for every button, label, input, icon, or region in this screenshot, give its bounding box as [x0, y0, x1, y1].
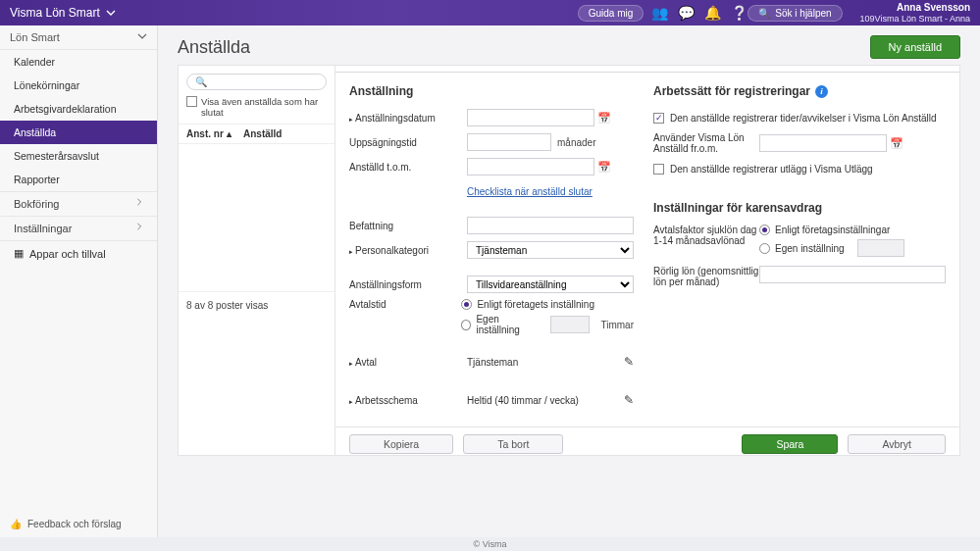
feedback-link[interactable]: 👍 Feedback och förslag — [0, 511, 157, 537]
show-ended-label: Visa även anställda som har slutat — [201, 96, 327, 118]
input-anstalld-tom[interactable] — [467, 158, 594, 175]
users-icon[interactable]: 👥 — [651, 6, 668, 20]
employee-search[interactable]: 🔍 — [186, 74, 327, 90]
nav-kalender[interactable]: Kalender — [0, 50, 157, 74]
main: Anställda Ny anställd 🔍 Visa även anstäl… — [158, 25, 980, 537]
chk-registrerar-utlagg[interactable] — [653, 164, 664, 175]
input-anvander-from[interactable] — [759, 134, 887, 152]
edit-schema-icon[interactable]: ✎ — [624, 393, 634, 407]
apps-icon: ▦ — [14, 247, 24, 260]
radio-avtalstid-egen[interactable] — [461, 320, 471, 330]
input-befattning[interactable] — [467, 217, 634, 234]
edit-avtal-icon[interactable]: ✎ — [624, 355, 634, 369]
input-uppsagningstid[interactable] — [467, 133, 551, 151]
input-rorlig-lon[interactable] — [759, 266, 946, 283]
calendar-icon[interactable]: 📅 — [596, 159, 612, 175]
val-avtal: Tjänsteman — [467, 357, 624, 368]
select-personalkategori[interactable]: Tjänsteman — [467, 241, 634, 259]
lbl-personalkategori: Personalkategori — [349, 245, 467, 256]
info-icon[interactable]: i — [815, 85, 828, 98]
calendar-icon[interactable]: 📅 — [596, 110, 612, 125]
action-bar: Kopiera Ta bort Spara Avbryt — [335, 426, 959, 455]
chevron-down-icon — [137, 31, 147, 41]
search-icon: 🔍 — [195, 76, 207, 87]
lbl-anstallningsform: Anställningsform — [349, 279, 467, 290]
lbl-befattning: Befattning — [349, 221, 467, 231]
brand-label: Visma Lön Smart — [10, 6, 100, 20]
section-arbetssatt: Arbetssätt för registreringar i — [653, 84, 946, 98]
cancel-button[interactable]: Avbryt — [848, 434, 946, 454]
user-name: Anna Svensson — [860, 2, 970, 14]
footer: © Visma — [0, 537, 980, 551]
nav-installningar[interactable]: Inställningar — [0, 216, 157, 240]
app-header: Visma Lön Smart Guida mig 👥 💬 🔔 ❔ 🔍 Sök … — [0, 0, 980, 25]
sidebar: Lön Smart Kalender Lönekörningar Arbetsg… — [0, 25, 158, 537]
list-footer: 8 av 8 poster visas — [179, 291, 335, 319]
chevron-right-icon — [135, 198, 143, 206]
copy-button[interactable]: Kopiera — [349, 434, 453, 454]
lbl-avtal: Avtal — [349, 357, 467, 368]
show-ended-checkbox[interactable] — [186, 96, 197, 107]
radio-avtalstid-foretag[interactable] — [461, 299, 472, 310]
brand[interactable]: Visma Lön Smart — [10, 6, 116, 20]
lbl-avtalsfaktor: Avtalsfaktor sjuklön dag 1-14 månadsavlö… — [653, 225, 759, 246]
nav-bokforing[interactable]: Bokföring — [0, 191, 157, 216]
search-help-button[interactable]: 🔍 Sök i hjälpen — [748, 5, 842, 22]
nav-anstallda[interactable]: Anställda — [0, 121, 157, 144]
sort-asc-icon: ▴ — [227, 128, 232, 139]
chevron-down-icon — [106, 8, 116, 18]
nav-rapporter[interactable]: Rapporter — [0, 168, 157, 191]
lbl-uppsagningstid: Uppsägningstid — [349, 137, 467, 148]
user-menu[interactable]: Anna Svensson 109Visma Lön Smart - Anna — [860, 2, 970, 25]
input-anstdatum[interactable] — [467, 109, 594, 126]
lbl-manader: månader — [557, 137, 595, 148]
nav-arbetsgivardeklaration[interactable]: Arbetsgivardeklaration — [0, 97, 157, 121]
input-avtalstid-timmar[interactable] — [550, 316, 590, 333]
help-icon[interactable]: ❔ — [731, 6, 748, 20]
input-karens-egen[interactable] — [857, 239, 904, 257]
chat-icon[interactable]: 💬 — [678, 6, 695, 20]
lbl-arbetsschema: Arbetsschema — [349, 395, 467, 406]
chevron-right-icon — [135, 223, 143, 230]
search-icon: 🔍 — [758, 8, 770, 19]
chk-registrerar-tider[interactable] — [653, 113, 664, 124]
section-karensavdrag: Inställningar för karensavdrag — [653, 201, 946, 215]
col-anstnr[interactable]: Anst. nr▴ — [186, 128, 239, 139]
select-anstallningsform[interactable]: Tillsvidareanställning — [467, 276, 634, 293]
lbl-rorlig-lon: Rörlig lön (genomsnittlig lön per månad) — [653, 266, 759, 287]
page-title: Anställda — [178, 37, 250, 58]
save-button[interactable]: Spara — [742, 434, 838, 454]
val-arbetsschema: Heltid (40 timmar / vecka) — [467, 395, 624, 406]
guide-button[interactable]: Guida mig — [578, 5, 645, 22]
radio-karens-foretag[interactable] — [759, 225, 770, 235]
col-anstalld[interactable]: Anställd — [243, 128, 282, 139]
thumb-icon: 👍 — [10, 519, 22, 529]
new-employee-button[interactable]: Ny anställd — [870, 35, 960, 59]
lbl-anstdatum: Anställningsdatum — [349, 113, 467, 124]
search-input[interactable] — [212, 76, 318, 87]
nav-lonekorningar[interactable]: Lönekörningar — [0, 74, 157, 97]
calendar-icon[interactable]: 📅 — [889, 135, 904, 151]
checklist-link[interactable]: Checklista när anställd slutar — [467, 186, 593, 197]
user-company: 109Visma Lön Smart - Anna — [860, 14, 970, 25]
bell-icon[interactable]: 🔔 — [704, 6, 721, 20]
section-anstallning: Anställning — [349, 84, 634, 98]
delete-button[interactable]: Ta bort — [463, 434, 563, 454]
header-icons: 👥 💬 🔔 ❔ — [651, 6, 748, 20]
nav-semesterarsavslut[interactable]: Semesterårsavslut — [0, 144, 157, 168]
lbl-avtalstid: Avtalstid — [349, 299, 461, 310]
employee-detail-panel: Anställning Anställningsdatum 📅 Uppsägni… — [335, 65, 960, 456]
nav-appar[interactable]: ▦Appar och tillval — [0, 240, 157, 266]
lbl-anstalld-tom: Anställd t.o.m. — [349, 162, 467, 173]
employee-list-panel: 🔍 Visa även anställda som har slutat Ans… — [178, 65, 335, 456]
lbl-anvander-from: Använder Visma Lön Anställd fr.o.m. — [653, 132, 759, 154]
radio-karens-egen[interactable] — [759, 243, 770, 254]
sidebar-section-toggle[interactable]: Lön Smart — [0, 25, 157, 50]
